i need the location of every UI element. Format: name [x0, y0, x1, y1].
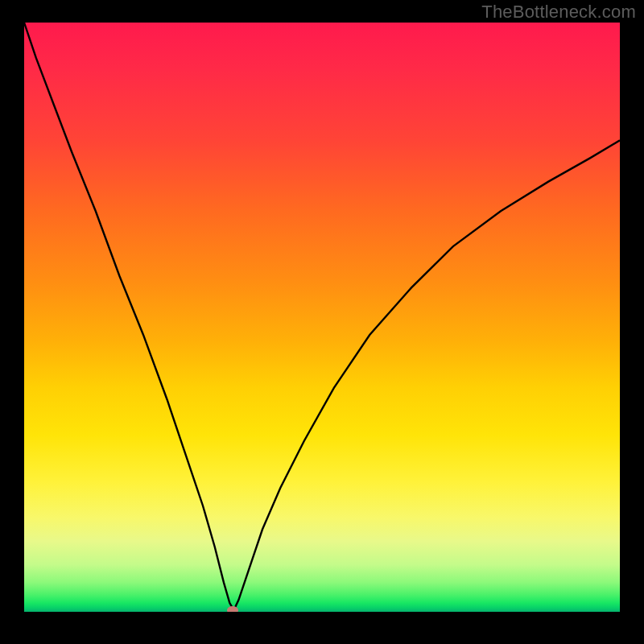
bottleneck-curve — [24, 23, 620, 610]
chart-frame: TheBottleneck.com — [0, 0, 644, 644]
curve-svg — [24, 23, 620, 612]
watermark-text: TheBottleneck.com — [481, 2, 636, 23]
optimum-marker — [227, 606, 238, 612]
plot-area — [24, 23, 620, 612]
